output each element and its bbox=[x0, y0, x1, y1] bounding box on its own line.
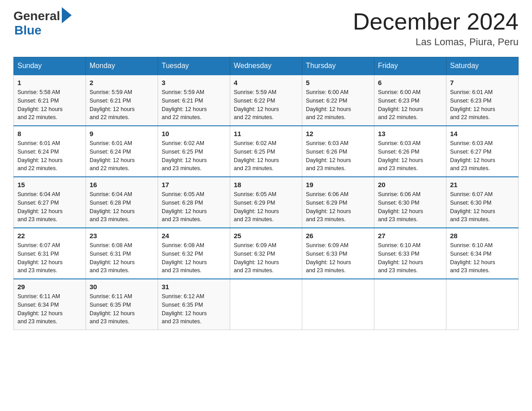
table-row: 21Sunrise: 6:07 AMSunset: 6:30 PMDayligh… bbox=[446, 177, 519, 228]
day-number: 16 bbox=[90, 181, 154, 188]
table-row: 15Sunrise: 6:04 AMSunset: 6:27 PMDayligh… bbox=[14, 177, 86, 228]
table-row: 18Sunrise: 6:05 AMSunset: 6:29 PMDayligh… bbox=[230, 177, 302, 228]
day-info: Sunrise: 6:11 AMSunset: 6:35 PMDaylight:… bbox=[90, 292, 154, 326]
logo-blue-text: Blue bbox=[14, 23, 42, 38]
day-info: Sunrise: 6:01 AMSunset: 6:23 PMDaylight:… bbox=[450, 88, 515, 122]
day-number: 3 bbox=[162, 79, 226, 86]
day-number: 28 bbox=[450, 232, 515, 240]
table-row: 16Sunrise: 6:04 AMSunset: 6:28 PMDayligh… bbox=[86, 177, 158, 228]
table-row: 20Sunrise: 6:06 AMSunset: 6:30 PMDayligh… bbox=[374, 177, 446, 228]
table-row: 4Sunrise: 5:59 AMSunset: 6:22 PMDaylight… bbox=[230, 75, 302, 126]
day-info: Sunrise: 5:59 AMSunset: 6:21 PMDaylight:… bbox=[162, 88, 226, 122]
day-number: 6 bbox=[378, 79, 442, 86]
table-row: 14Sunrise: 6:03 AMSunset: 6:27 PMDayligh… bbox=[446, 126, 519, 177]
day-number: 12 bbox=[306, 130, 370, 137]
day-info: Sunrise: 6:05 AMSunset: 6:28 PMDaylight:… bbox=[162, 190, 226, 224]
table-row: 27Sunrise: 6:10 AMSunset: 6:33 PMDayligh… bbox=[374, 228, 446, 279]
day-info: Sunrise: 6:03 AMSunset: 6:27 PMDaylight:… bbox=[450, 139, 515, 173]
calendar-header-row: Sunday Monday Tuesday Wednesday Thursday… bbox=[14, 57, 519, 75]
title-area: December 2024 Las Lomas, Piura, Peru bbox=[353, 9, 519, 48]
calendar-week-row: 8Sunrise: 6:01 AMSunset: 6:24 PMDaylight… bbox=[14, 126, 519, 177]
table-row: 13Sunrise: 6:03 AMSunset: 6:26 PMDayligh… bbox=[374, 126, 446, 177]
day-number: 30 bbox=[90, 283, 154, 291]
day-info: Sunrise: 6:09 AMSunset: 6:32 PMDaylight:… bbox=[234, 241, 298, 275]
day-info: Sunrise: 6:08 AMSunset: 6:32 PMDaylight:… bbox=[162, 241, 226, 275]
day-number: 2 bbox=[90, 79, 154, 86]
table-row: 11Sunrise: 6:02 AMSunset: 6:25 PMDayligh… bbox=[230, 126, 302, 177]
logo: General Blue bbox=[13, 9, 72, 38]
day-info: Sunrise: 5:58 AMSunset: 6:21 PMDaylight:… bbox=[17, 88, 82, 122]
day-number: 1 bbox=[17, 79, 82, 86]
table-row: 30Sunrise: 6:11 AMSunset: 6:35 PMDayligh… bbox=[86, 279, 158, 330]
col-monday: Monday bbox=[86, 57, 158, 75]
table-row: 23Sunrise: 6:08 AMSunset: 6:31 PMDayligh… bbox=[86, 228, 158, 279]
calendar-week-row: 1Sunrise: 5:58 AMSunset: 6:21 PMDaylight… bbox=[14, 75, 519, 126]
table-row: 24Sunrise: 6:08 AMSunset: 6:32 PMDayligh… bbox=[158, 228, 230, 279]
table-row: 22Sunrise: 6:07 AMSunset: 6:31 PMDayligh… bbox=[14, 228, 86, 279]
day-number: 27 bbox=[378, 232, 442, 240]
day-number: 24 bbox=[162, 232, 226, 240]
day-number: 7 bbox=[450, 79, 515, 86]
table-row: 31Sunrise: 6:12 AMSunset: 6:35 PMDayligh… bbox=[158, 279, 230, 330]
day-number: 21 bbox=[450, 181, 515, 188]
day-number: 22 bbox=[17, 232, 82, 240]
table-row: 12Sunrise: 6:03 AMSunset: 6:26 PMDayligh… bbox=[302, 126, 374, 177]
day-number: 5 bbox=[306, 79, 370, 86]
day-info: Sunrise: 6:09 AMSunset: 6:33 PMDaylight:… bbox=[306, 241, 370, 275]
day-info: Sunrise: 6:06 AMSunset: 6:29 PMDaylight:… bbox=[306, 190, 370, 224]
day-info: Sunrise: 5:59 AMSunset: 6:21 PMDaylight:… bbox=[90, 88, 154, 122]
page-header: General Blue December 2024 Las Lomas, Pi… bbox=[13, 9, 519, 48]
logo-arrow-icon bbox=[62, 7, 72, 23]
col-sunday: Sunday bbox=[14, 57, 86, 75]
table-row bbox=[302, 279, 374, 330]
col-thursday: Thursday bbox=[302, 57, 374, 75]
day-info: Sunrise: 6:10 AMSunset: 6:33 PMDaylight:… bbox=[378, 241, 442, 275]
day-number: 23 bbox=[90, 232, 154, 240]
day-info: Sunrise: 5:59 AMSunset: 6:22 PMDaylight:… bbox=[234, 88, 298, 122]
table-row: 29Sunrise: 6:11 AMSunset: 6:34 PMDayligh… bbox=[14, 279, 86, 330]
day-info: Sunrise: 6:02 AMSunset: 6:25 PMDaylight:… bbox=[234, 139, 298, 173]
day-info: Sunrise: 6:07 AMSunset: 6:31 PMDaylight:… bbox=[17, 241, 82, 275]
table-row: 5Sunrise: 6:00 AMSunset: 6:22 PMDaylight… bbox=[302, 75, 374, 126]
table-row: 10Sunrise: 6:02 AMSunset: 6:25 PMDayligh… bbox=[158, 126, 230, 177]
table-row: 26Sunrise: 6:09 AMSunset: 6:33 PMDayligh… bbox=[302, 228, 374, 279]
table-row bbox=[374, 279, 446, 330]
table-row: 25Sunrise: 6:09 AMSunset: 6:32 PMDayligh… bbox=[230, 228, 302, 279]
col-saturday: Saturday bbox=[446, 57, 519, 75]
calendar-week-row: 22Sunrise: 6:07 AMSunset: 6:31 PMDayligh… bbox=[14, 228, 519, 279]
table-row: 28Sunrise: 6:10 AMSunset: 6:34 PMDayligh… bbox=[446, 228, 519, 279]
day-number: 31 bbox=[162, 283, 226, 291]
col-friday: Friday bbox=[374, 57, 446, 75]
day-info: Sunrise: 6:02 AMSunset: 6:25 PMDaylight:… bbox=[162, 139, 226, 173]
table-row: 17Sunrise: 6:05 AMSunset: 6:28 PMDayligh… bbox=[158, 177, 230, 228]
table-row: 8Sunrise: 6:01 AMSunset: 6:24 PMDaylight… bbox=[14, 126, 86, 177]
calendar-week-row: 29Sunrise: 6:11 AMSunset: 6:34 PMDayligh… bbox=[14, 279, 519, 330]
table-row: 3Sunrise: 5:59 AMSunset: 6:21 PMDaylight… bbox=[158, 75, 230, 126]
table-row: 9Sunrise: 6:01 AMSunset: 6:24 PMDaylight… bbox=[86, 126, 158, 177]
table-row: 1Sunrise: 5:58 AMSunset: 6:21 PMDaylight… bbox=[14, 75, 86, 126]
day-number: 14 bbox=[450, 130, 515, 137]
day-info: Sunrise: 6:11 AMSunset: 6:34 PMDaylight:… bbox=[17, 292, 82, 326]
calendar-subtitle: Las Lomas, Piura, Peru bbox=[353, 36, 519, 48]
day-number: 25 bbox=[234, 232, 298, 240]
table-row: 19Sunrise: 6:06 AMSunset: 6:29 PMDayligh… bbox=[302, 177, 374, 228]
day-number: 19 bbox=[306, 181, 370, 188]
calendar-title: December 2024 bbox=[353, 9, 519, 34]
day-info: Sunrise: 6:12 AMSunset: 6:35 PMDaylight:… bbox=[162, 292, 226, 326]
day-number: 15 bbox=[17, 181, 82, 188]
table-row: 2Sunrise: 5:59 AMSunset: 6:21 PMDaylight… bbox=[86, 75, 158, 126]
day-number: 9 bbox=[90, 130, 154, 137]
day-info: Sunrise: 6:00 AMSunset: 6:22 PMDaylight:… bbox=[306, 88, 370, 122]
logo-general-text: General bbox=[13, 9, 60, 23]
table-row: 7Sunrise: 6:01 AMSunset: 6:23 PMDaylight… bbox=[446, 75, 519, 126]
day-number: 29 bbox=[17, 283, 82, 291]
day-info: Sunrise: 6:07 AMSunset: 6:30 PMDaylight:… bbox=[450, 190, 515, 224]
day-number: 10 bbox=[162, 130, 226, 137]
day-number: 11 bbox=[234, 130, 298, 137]
day-number: 20 bbox=[378, 181, 442, 188]
day-number: 4 bbox=[234, 79, 298, 86]
day-info: Sunrise: 6:00 AMSunset: 6:23 PMDaylight:… bbox=[378, 88, 442, 122]
day-info: Sunrise: 6:03 AMSunset: 6:26 PMDaylight:… bbox=[378, 139, 442, 173]
day-number: 26 bbox=[306, 232, 370, 240]
table-row bbox=[446, 279, 519, 330]
